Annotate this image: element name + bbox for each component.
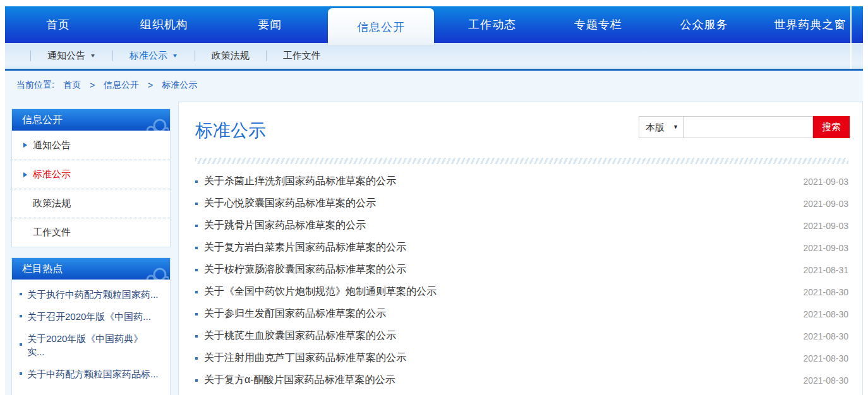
announcement-title: 关于心悦胶囊国家药品标准草案的公示: [204, 197, 376, 210]
announcement-link[interactable]: 关于参归生发酊国家药品标准草案的公示: [195, 307, 803, 321]
top-navigation: 首页 组织机构 要闻 信息公开 工作动态 专题专栏 公众服务 世界药典之窗: [5, 6, 863, 43]
announcement-link[interactable]: 关于桉柠蒎肠溶胶囊国家药品标准草案的公示: [195, 263, 803, 276]
bullet-icon: [195, 269, 198, 271]
table-row: 关于跳骨片国家药品标准草案的公示 2021-09-03: [195, 215, 848, 237]
announcement-date: 2021-09-03: [803, 221, 848, 231]
sidebar-item-label: 标准公示: [33, 168, 71, 180]
main-panel: 标准公示 本版 ▼ 搜索: [178, 102, 863, 395]
bullet-icon: [195, 247, 198, 249]
subnav-item-policies[interactable]: 政策法规: [195, 50, 266, 62]
breadcrumb-link-home[interactable]: 首页: [63, 80, 81, 91]
nav-item-news[interactable]: 要闻: [217, 6, 323, 43]
nav-item-special-columns[interactable]: 专题专栏: [545, 6, 651, 43]
bullet-icon: [20, 343, 22, 346]
section-divider: [195, 158, 848, 164]
arrow-right-icon: [23, 172, 27, 177]
hot-topics-list: 关于执行中药配方颗粒国家药... 关于召开2020年版《中国药... 关于202…: [12, 280, 170, 395]
list-item[interactable]: 关于召开2020年版《中国药...: [20, 310, 164, 324]
subnav-item-label: 政策法规: [212, 50, 250, 62]
list-item[interactable]: 关于执行中药配方颗粒国家药...: [20, 288, 164, 302]
breadcrumb-separator: >: [90, 80, 95, 90]
sidebar-item-label: 通知公告: [33, 139, 71, 151]
breadcrumb-separator: >: [148, 80, 153, 90]
nav-item-public-service[interactable]: 公众服务: [651, 6, 757, 43]
announcement-list: 关于杀菌止痒洗剂国家药品标准草案的公示 2021-09-03 关于心悦胶囊国家药…: [195, 170, 848, 391]
subnav-item-label: 工作文件: [283, 50, 321, 62]
search-scope-select[interactable]: 本版: [639, 116, 683, 138]
bullet-icon: [195, 379, 198, 382]
sidebar-item-policies[interactable]: 政策法规: [12, 189, 170, 218]
bullet-icon: [20, 372, 22, 375]
breadcrumb-link-standards-publicity[interactable]: 标准公示: [162, 80, 197, 91]
subnav-item-notices[interactable]: 通知公告 ▼: [31, 50, 112, 62]
search-input[interactable]: [683, 116, 813, 138]
bullet-icon: [195, 180, 198, 183]
sidebar-section-header: 栏目热点: [12, 258, 170, 280]
nav-item-world-pharmacopoeia[interactable]: 世界药典之窗: [757, 6, 863, 43]
announcement-title: 关于参归生发酊国家药品标准草案的公示: [204, 307, 386, 321]
page-frame: 首页 组织机构 要闻 信息公开 工作动态 专题专栏 公众服务 世界药典之窗 通知…: [5, 6, 863, 395]
subnav-item-work-documents[interactable]: 工作文件: [267, 50, 337, 62]
breadcrumb-link-information-disclosure[interactable]: 信息公开: [104, 80, 139, 91]
bullet-icon: [195, 225, 198, 227]
subnav-item-label: 标准公示: [130, 50, 167, 62]
subnav-item-standards-publicity[interactable]: 标准公示 ▼: [113, 50, 195, 62]
nav-item-home[interactable]: 首页: [5, 6, 111, 43]
announcement-date: 2021-08-30: [803, 353, 848, 363]
nav-item-organization[interactable]: 组织机构: [111, 6, 217, 43]
sidebar: 信息公开 通知公告: [11, 100, 171, 395]
hot-item-title: 关于召开2020年版《中国药...: [27, 310, 151, 324]
table-row: 关于心悦胶囊国家药品标准草案的公示 2021-09-03: [195, 192, 848, 215]
chevron-down-icon: ▼: [90, 53, 96, 59]
announcement-link[interactable]: 关于复方岩白菜素片国家药品标准草案的公示: [195, 241, 803, 254]
sidebar-item-notices[interactable]: 通知公告: [12, 131, 170, 160]
sidebar-section-info-disclosure: 信息公开 通知公告: [11, 109, 171, 247]
cloud-decoration-icon: [123, 261, 169, 280]
search-scope-select-wrap: 本版 ▼: [639, 116, 683, 138]
bullet-icon: [195, 335, 198, 338]
search-button[interactable]: 搜索: [813, 116, 850, 138]
chevron-down-icon: ▼: [172, 53, 178, 59]
table-row: 关于复方岩白菜素片国家药品标准草案的公示 2021-09-03: [195, 237, 848, 259]
breadcrumb-label: 当前位置:: [16, 80, 54, 91]
announcement-date: 2021-08-30: [803, 375, 848, 386]
hot-item-title: 关于执行中药配方颗粒国家药...: [27, 288, 159, 302]
sidebar-item-work-documents[interactable]: 工作文件: [12, 218, 170, 247]
bullet-icon: [195, 357, 198, 360]
page-body: 当前位置: 首页 > 信息公开 > 标准公示 信息公开: [5, 71, 863, 395]
list-item[interactable]: 关于中药配方颗粒国家药品标...: [20, 367, 164, 381]
announcement-title: 关于注射用曲克芦丁国家药品标准草案的公示: [204, 351, 406, 365]
announcement-link[interactable]: 关于杀菌止痒洗剂国家药品标准草案的公示: [195, 175, 803, 188]
table-row: 关于注射用曲克芦丁国家药品标准草案的公示 2021-08-30: [195, 347, 848, 369]
bullet-icon: [20, 315, 22, 317]
table-row: 关于《全国中药饮片炮制规范》炮制通则草案的公示 2021-08-30: [195, 281, 848, 303]
sidebar-item-standards-publicity[interactable]: 标准公示: [12, 160, 170, 189]
subnav-item-label: 通知公告: [47, 50, 85, 62]
announcement-link[interactable]: 关于《全国中药饮片炮制规范》炮制通则草案的公示: [195, 285, 803, 298]
bullet-icon: [195, 313, 198, 315]
sidebar-menu: 通知公告 标准公示 政策法规 工作文件: [12, 131, 170, 247]
announcement-title: 关于《全国中药饮片炮制规范》炮制通则草案的公示: [204, 285, 437, 298]
announcement-title: 关于复方α-酮酸片国家药品标准草案的公示: [204, 374, 395, 387]
announcement-link[interactable]: 关于桃芪生血胶囊国家药品标准草案的公示: [195, 329, 803, 343]
announcement-link[interactable]: 关于跳骨片国家药品标准草案的公示: [195, 219, 803, 232]
announcement-title: 关于跳骨片国家药品标准草案的公示: [204, 219, 366, 232]
announcement-link[interactable]: 关于复方α-酮酸片国家药品标准草案的公示: [195, 374, 803, 387]
announcement-title: 关于桉柠蒎肠溶胶囊国家药品标准草案的公示: [204, 263, 406, 276]
search-box: 本版 ▼ 搜索: [639, 116, 850, 138]
announcement-title: 关于杀菌止痒洗剂国家药品标准草案的公示: [204, 175, 396, 188]
sidebar-section-hot-topics: 栏目热点 关于执行中药配方颗粒国家药...: [11, 257, 171, 395]
announcement-date: 2021-08-30: [803, 309, 848, 319]
arrow-right-icon: [23, 143, 27, 148]
table-row: 关于桃芪生血胶囊国家药品标准草案的公示 2021-08-30: [195, 325, 848, 347]
announcement-date: 2021-09-03: [803, 243, 848, 253]
sidebar-item-label: 政策法规: [33, 198, 71, 209]
announcement-link[interactable]: 关于注射用曲克芦丁国家药品标准草案的公示: [195, 351, 803, 365]
list-item[interactable]: 关于2020年版《中国药典》实...: [20, 332, 164, 360]
nav-item-information-disclosure[interactable]: 信息公开: [328, 8, 434, 45]
nav-item-work-trends[interactable]: 工作动态: [439, 6, 545, 43]
announcement-date: 2021-08-31: [803, 265, 848, 275]
announcement-title: 关于桃芪生血胶囊国家药品标准草案的公示: [204, 329, 396, 343]
announcement-link[interactable]: 关于心悦胶囊国家药品标准草案的公示: [195, 197, 803, 210]
breadcrumb: 当前位置: 首页 > 信息公开 > 标准公示: [5, 71, 863, 100]
